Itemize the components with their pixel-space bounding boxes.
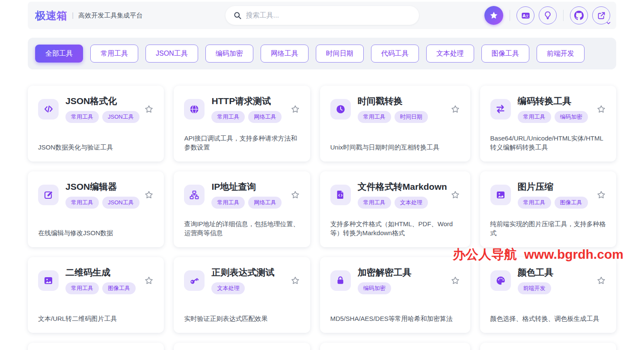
app-logo: 极速箱 xyxy=(35,9,67,23)
favorite-star-button[interactable] xyxy=(597,105,606,114)
tool-card[interactable]: HTTP请求测试 常用工具网络工具 API接口调试工具，支持多种请求方法和参数设… xyxy=(174,86,310,162)
svg-text:A: A xyxy=(522,14,525,18)
tool-tag[interactable]: 图像工具 xyxy=(555,197,588,209)
tool-card[interactable]: 颜色工具 前端开发 颜色选择、格式转换、调色板生成工具 xyxy=(480,257,616,333)
filter-tab[interactable]: 图像工具 xyxy=(481,45,529,63)
translate-button[interactable]: A文 xyxy=(516,6,534,24)
tool-tag[interactable]: 网络工具 xyxy=(248,197,282,209)
tool-card[interactable]: 加密解密工具 编码加密 MD5/SHA/AES/DES等常用哈希和加密算法 xyxy=(320,257,470,333)
tool-tag[interactable]: 常用工具 xyxy=(211,197,245,209)
favorite-star-button[interactable] xyxy=(144,105,154,114)
tool-description: 文本/URL转二维码图片工具 xyxy=(38,314,154,323)
filter-tab[interactable]: JSON工具 xyxy=(145,45,198,63)
filter-tab[interactable]: 时间日期 xyxy=(316,45,364,63)
file-code-icon xyxy=(330,185,351,205)
filter-tab[interactable]: 网络工具 xyxy=(261,45,309,63)
swap-arrows-icon xyxy=(490,99,511,120)
filter-tab[interactable]: 常用工具 xyxy=(90,45,138,63)
tool-tag[interactable]: 常用工具 xyxy=(518,111,551,123)
tool-description: 纯前端实现的图片压缩工具，支持多种格式 xyxy=(490,219,606,238)
tool-title: 二维码生成 xyxy=(65,266,141,278)
tool-tag[interactable]: 常用工具 xyxy=(65,111,99,123)
palette-icon xyxy=(490,270,511,291)
tool-title: 加密解密工具 xyxy=(358,266,447,278)
theme-button[interactable] xyxy=(539,6,557,24)
tool-description: Unix时间戳与日期时间的互相转换工具 xyxy=(330,143,460,152)
favorite-star-button[interactable] xyxy=(451,190,460,200)
tool-card[interactable] xyxy=(480,343,616,350)
search-icon xyxy=(233,11,242,20)
app-subtitle: 高效开发工具集成平台 xyxy=(78,12,142,20)
tool-tag[interactable]: 文本处理 xyxy=(211,282,245,294)
tool-title: 时间戳转换 xyxy=(358,95,447,107)
favorites-button[interactable] xyxy=(484,6,503,25)
tool-description: 在线编辑与修改JSON数据 xyxy=(38,228,154,238)
tool-tag[interactable]: 前端开发 xyxy=(518,282,551,294)
svg-text:文: 文 xyxy=(525,14,529,18)
tool-card[interactable]: JSON格式化 常用工具JSON工具 JSON数据美化与验证工具 xyxy=(28,86,164,162)
tool-tag[interactable]: 常用工具 xyxy=(358,111,391,123)
tool-description: 颜色选择、格式转换、调色板生成工具 xyxy=(490,314,606,323)
tool-card[interactable]: 正则表达式测试 文本处理 实时验证正则表达式匹配效果 xyxy=(174,257,310,333)
tool-card[interactable]: 编码转换工具 常用工具编码加密 Base64/URL/Unicode/HTML实… xyxy=(480,86,616,162)
image-icon xyxy=(490,185,511,205)
favorite-star-button[interactable] xyxy=(597,190,606,200)
tool-tag[interactable]: 常用工具 xyxy=(211,111,245,123)
filter-tab[interactable]: 全部工具 xyxy=(35,45,83,63)
clock-icon xyxy=(330,99,351,120)
tool-description: MD5/SHA/AES/DES等常用哈希和加密算法 xyxy=(330,314,460,323)
tool-card[interactable]: JSON编辑器 常用工具JSON工具 在线编辑与修改JSON数据 xyxy=(28,171,164,247)
favorite-star-button[interactable] xyxy=(144,190,154,200)
favorite-star-button[interactable] xyxy=(451,105,460,114)
favorite-star-button[interactable] xyxy=(291,190,300,200)
github-button[interactable] xyxy=(570,6,588,24)
tool-card[interactable] xyxy=(174,343,310,350)
tool-tag[interactable]: JSON工具 xyxy=(102,197,139,209)
filter-tab[interactable]: 代码工具 xyxy=(371,45,419,63)
network-icon xyxy=(184,185,205,205)
tool-tag[interactable]: 编码加密 xyxy=(358,282,391,294)
brand: 极速箱 | 高效开发工具集成平台 xyxy=(35,9,142,23)
tool-tag[interactable]: 常用工具 xyxy=(65,282,99,294)
globe-icon xyxy=(184,99,205,120)
tool-card[interactable]: 图片压缩 常用工具图像工具 纯前端实现的图片压缩工具，支持多种格式 xyxy=(480,171,616,247)
code-icon xyxy=(38,99,59,120)
tool-tags: 常用工具时间日期 xyxy=(358,111,447,123)
tool-card[interactable]: 二维码生成 常用工具图像工具 文本/URL转二维码图片工具 xyxy=(28,257,164,333)
tool-tag[interactable]: JSON工具 xyxy=(102,111,139,123)
share-button[interactable] xyxy=(592,6,610,24)
tool-card[interactable]: 文件格式转Markdown 常用工具文本处理 支持多种文件格式（如HTML、PD… xyxy=(320,171,470,247)
tool-tag[interactable]: 编码加密 xyxy=(555,111,588,123)
tools-grid: JSON格式化 常用工具JSON工具 JSON数据美化与验证工具 HTTP请求测… xyxy=(28,86,616,350)
tool-tags: 文本处理 xyxy=(211,282,287,294)
search-box[interactable] xyxy=(226,6,419,25)
tool-tag[interactable]: 常用工具 xyxy=(358,197,391,209)
tool-title: 颜色工具 xyxy=(518,266,593,278)
edit-icon xyxy=(38,185,59,205)
tool-card[interactable] xyxy=(28,343,164,350)
header-actions: A文 xyxy=(484,6,610,25)
external-link-icon xyxy=(597,11,606,20)
tool-tags: 常用工具图像工具 xyxy=(65,282,141,294)
tool-tag[interactable]: 常用工具 xyxy=(65,197,99,209)
favorite-star-button[interactable] xyxy=(597,276,606,285)
tool-tag[interactable]: 文本处理 xyxy=(395,197,428,209)
tool-tag[interactable]: 网络工具 xyxy=(248,111,282,123)
search-input[interactable] xyxy=(246,12,411,19)
favorite-star-button[interactable] xyxy=(291,276,300,285)
filter-tab[interactable]: 文本处理 xyxy=(426,45,474,63)
tool-card[interactable]: IP地址查询 常用工具网络工具 查询IP地址的详细信息，包括地理位置、运营商等信… xyxy=(174,171,310,247)
favorite-star-button[interactable] xyxy=(451,276,460,285)
tool-tag[interactable]: 常用工具 xyxy=(518,197,551,209)
filter-tab[interactable]: 前端开发 xyxy=(537,45,585,63)
tool-description: JSON数据美化与验证工具 xyxy=(38,143,154,152)
favorite-star-button[interactable] xyxy=(144,276,154,285)
tool-tag[interactable]: 图像工具 xyxy=(102,282,136,294)
brand-divider: | xyxy=(72,12,74,19)
tool-card[interactable] xyxy=(320,343,470,350)
tool-description: API接口调试工具，支持多种请求方法和参数设置 xyxy=(184,134,300,153)
favorite-star-button[interactable] xyxy=(291,105,300,114)
filter-tab[interactable]: 编码加密 xyxy=(205,45,253,63)
tool-card[interactable]: 时间戳转换 常用工具时间日期 Unix时间戳与日期时间的互相转换工具 xyxy=(320,86,470,162)
tool-tag[interactable]: 时间日期 xyxy=(395,111,428,123)
